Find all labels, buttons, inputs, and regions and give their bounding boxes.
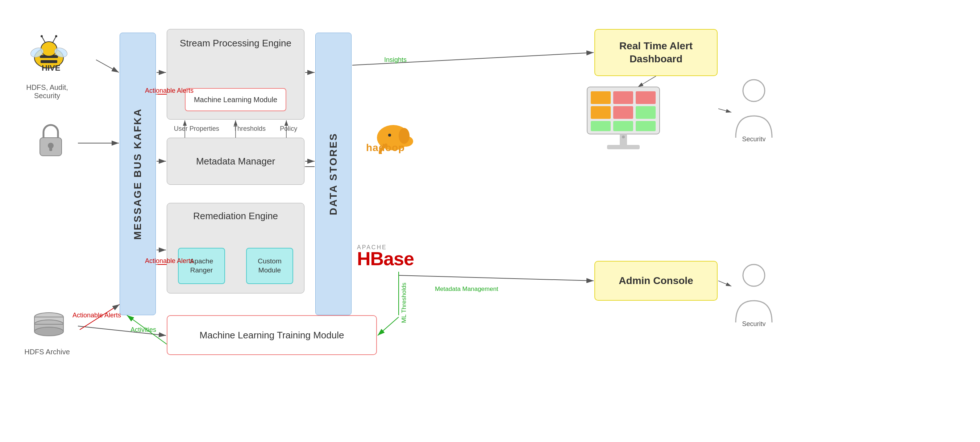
ml-training-label: Machine Learning Training Module bbox=[200, 330, 344, 341]
security-analyst-icon: Security Analyst bbox=[732, 76, 776, 143]
rtad-box: Real Time Alert Dashboard bbox=[594, 29, 718, 76]
svg-text:HIVE: HIVE bbox=[42, 64, 60, 72]
rtad-label: Real Time Alert Dashboard bbox=[595, 40, 717, 66]
ml-module-label: Machine Learning Module bbox=[194, 95, 277, 104]
stream-proc-box: Stream Processing Engine Machine Learnin… bbox=[167, 29, 304, 119]
svg-line-31 bbox=[42, 36, 45, 43]
svg-rect-60 bbox=[591, 121, 611, 131]
svg-rect-54 bbox=[591, 91, 611, 104]
ml-module-box: Machine Learning Module bbox=[185, 88, 286, 111]
custom-module-label: Custom Module bbox=[247, 257, 293, 275]
svg-rect-57 bbox=[591, 106, 611, 119]
message-bus-box: MESSAGE BUS KAFKA bbox=[119, 33, 156, 315]
svg-point-48 bbox=[388, 134, 391, 137]
hadoop-logo: hadoop bbox=[364, 119, 437, 156]
svg-rect-59 bbox=[636, 106, 655, 119]
ml-thresholds-label: ML Thresholds bbox=[401, 283, 408, 323]
hdfs-archive-icon bbox=[29, 304, 69, 346]
svg-text:Security: Security bbox=[742, 135, 765, 141]
hdfs-audit-label: HDFS, Audit, Security bbox=[22, 83, 73, 100]
ml-training-box: Machine Learning Training Module bbox=[167, 315, 377, 355]
insights-label: Insights bbox=[384, 56, 407, 64]
svg-point-45 bbox=[35, 327, 64, 336]
svg-line-4 bbox=[96, 60, 119, 72]
activities-label: Activities bbox=[130, 326, 156, 334]
svg-text:HBase: HBase bbox=[357, 248, 414, 268]
admin-console-label: Admin Console bbox=[619, 275, 693, 286]
actionable-alerts-1-label: Actionable Alerts bbox=[145, 87, 194, 95]
metadata-management-label: Metadata Management bbox=[435, 286, 498, 293]
svg-point-32 bbox=[41, 35, 43, 37]
svg-point-30 bbox=[41, 42, 57, 56]
svg-rect-56 bbox=[636, 91, 655, 104]
svg-line-18 bbox=[378, 317, 399, 335]
policy-label: Policy bbox=[280, 125, 297, 133]
security-engineer-icon: Security Engineer bbox=[732, 261, 776, 328]
monitor-illustration bbox=[584, 83, 663, 157]
actionable-alerts-3-label: Actionable Alerts bbox=[73, 312, 121, 319]
svg-line-24 bbox=[718, 281, 731, 286]
threshold-labels: User Properties Thresholds Policy bbox=[167, 125, 304, 133]
svg-text:hadoop: hadoop bbox=[366, 142, 405, 153]
svg-rect-62 bbox=[636, 121, 655, 131]
user-properties-label: User Properties bbox=[174, 125, 219, 133]
svg-line-16 bbox=[399, 275, 593, 281]
message-bus-label: MESSAGE BUS KAFKA bbox=[132, 108, 143, 240]
svg-line-25 bbox=[718, 109, 731, 112]
svg-point-65 bbox=[622, 135, 625, 138]
actionable-alerts-2-label: Actionable Alerts bbox=[145, 257, 194, 265]
hbase-logo: APACHE HBase bbox=[357, 239, 444, 268]
admin-console-box: Admin Console bbox=[594, 261, 718, 301]
svg-point-49 bbox=[399, 128, 410, 144]
svg-rect-55 bbox=[613, 91, 633, 104]
hive-icon: HIVE bbox=[22, 29, 76, 81]
svg-line-33 bbox=[52, 36, 56, 43]
hdfs-lock-icon bbox=[33, 119, 69, 161]
thresholds-label: Thresholds bbox=[234, 125, 266, 133]
svg-point-34 bbox=[55, 35, 57, 37]
diagram-container: HIVE MESSAGE BUS KAFKA Stream Processing… bbox=[0, 0, 980, 442]
svg-rect-58 bbox=[613, 106, 633, 119]
remediation-box: Remediation Engine Apache Ranger Custom … bbox=[167, 203, 304, 293]
svg-rect-61 bbox=[613, 121, 633, 131]
hdfs-archive-label: HDFS Archive bbox=[22, 348, 73, 356]
data-stores-box: DATA STORES bbox=[315, 33, 352, 315]
stream-proc-title: Stream Processing Engine bbox=[167, 29, 304, 53]
metadata-mgr-label: Metadata Manager bbox=[196, 156, 275, 167]
svg-text:Security: Security bbox=[742, 320, 765, 326]
custom-module-box: Custom Module bbox=[246, 248, 293, 284]
metadata-mgr-box: Metadata Manager bbox=[167, 138, 304, 185]
svg-rect-40 bbox=[49, 146, 52, 151]
svg-point-66 bbox=[743, 80, 765, 102]
apache-ranger-box: Apache Ranger bbox=[178, 248, 225, 284]
svg-rect-64 bbox=[607, 145, 640, 149]
svg-point-69 bbox=[743, 264, 765, 286]
svg-rect-29 bbox=[41, 60, 57, 63]
data-stores-label: DATA STORES bbox=[328, 133, 339, 215]
remediation-title: Remediation Engine bbox=[167, 203, 304, 225]
